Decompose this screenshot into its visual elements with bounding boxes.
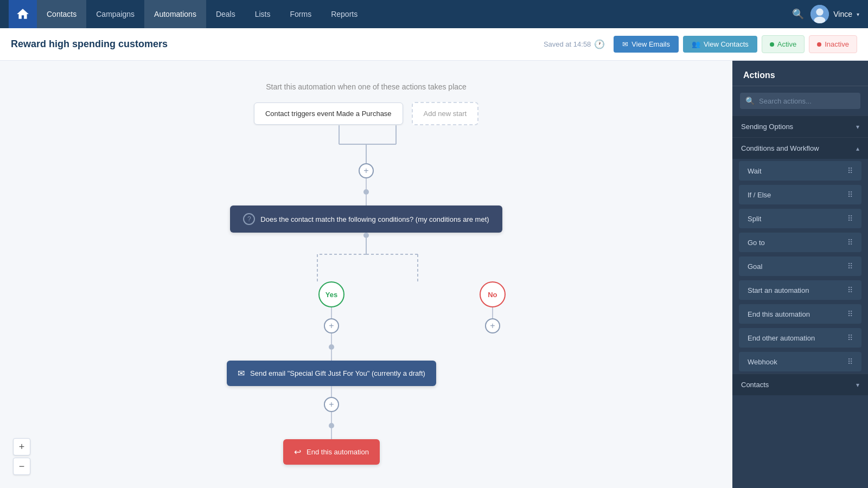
add-step-yes-button[interactable]: + xyxy=(324,318,339,333)
email-send-icon: ✉ xyxy=(238,368,245,378)
page-title: Reward high spending customers xyxy=(11,38,535,50)
active-dot xyxy=(770,42,774,47)
line-v-1 xyxy=(366,178,367,189)
yes-line-v-5 xyxy=(331,412,332,423)
action-wait[interactable]: Wait ⠿ xyxy=(739,161,861,181)
search-icon-sidebar: 🔍 xyxy=(745,97,755,105)
drag-handle-icon[interactable]: ⠿ xyxy=(847,190,853,199)
trigger-box[interactable]: Contact triggers event Made a Purchase xyxy=(254,102,403,125)
nav-reports[interactable]: Reports xyxy=(321,0,367,28)
flow-container: Start this automation when one of these … xyxy=(0,61,732,486)
zoom-in-button[interactable]: + xyxy=(13,438,30,455)
action-start-automation[interactable]: Start an automation ⠿ xyxy=(739,280,861,300)
add-step-button-1[interactable]: + xyxy=(359,163,374,178)
no-line-v xyxy=(492,307,493,318)
search-icon[interactable]: 🔍 xyxy=(792,8,804,20)
merge-lines-svg xyxy=(290,125,442,163)
nav-forms[interactable]: Forms xyxy=(280,0,322,28)
action-split[interactable]: Split ⠿ xyxy=(739,209,861,228)
yes-connector-dot xyxy=(329,344,334,350)
search-box: 🔍 xyxy=(740,93,860,109)
action-if-else[interactable]: If / Else ⠿ xyxy=(739,185,861,204)
yes-line-v-3 xyxy=(331,350,332,361)
nav-right: 🔍 Vince ▾ xyxy=(792,5,859,23)
sidebar-title: Actions xyxy=(732,61,868,86)
subheader: Reward high spending customers Saved at … xyxy=(0,28,868,61)
top-nav: Contacts Campaigns Automations Deals Lis… xyxy=(0,0,868,28)
section-sending-options[interactable]: Sending Options ▾ xyxy=(732,115,868,137)
avatar xyxy=(810,5,829,23)
actions-sidebar: Actions 🔍 Sending Options ▾ Conditions a… xyxy=(732,61,868,488)
chevron-down-icon: ▾ xyxy=(856,381,859,389)
flow-label: Start this automation when one of these … xyxy=(266,82,467,91)
branch-area: Yes + ✉ Send email "Special Gift Just Fo… xyxy=(227,281,506,465)
main-layout: Start this automation when one of these … xyxy=(0,61,868,488)
subheader-actions: ✉ View Emails 👥 View Contacts Active Ina… xyxy=(614,35,857,53)
end-icon: ↩ xyxy=(294,447,301,457)
drag-handle-icon[interactable]: ⠿ xyxy=(847,286,853,294)
inactive-dot xyxy=(817,42,821,47)
history-icon: 🕐 xyxy=(594,39,605,49)
saved-info: Saved at 14:58 🕐 xyxy=(544,39,605,49)
user-menu[interactable]: Vince ▾ xyxy=(810,5,859,23)
branch-lines-svg xyxy=(269,238,464,281)
nav-campaigns[interactable]: Campaigns xyxy=(86,0,144,28)
inactive-button[interactable]: Inactive xyxy=(809,35,857,53)
connector-dot-2 xyxy=(363,233,369,238)
yes-line-v-6 xyxy=(331,428,332,439)
nav-contacts[interactable]: Contacts xyxy=(37,0,86,28)
yes-connector-dot-2 xyxy=(329,423,334,428)
yes-branch: Yes + ✉ Send email "Special Gift Just Fo… xyxy=(227,281,436,465)
no-circle: No xyxy=(480,281,506,307)
action-end-other-automation[interactable]: End other automation ⠿ xyxy=(739,328,861,348)
connector-2 xyxy=(269,233,464,281)
drag-handle-icon[interactable]: ⠿ xyxy=(847,214,853,223)
drag-handle-icon[interactable]: ⠿ xyxy=(847,166,853,175)
yes-circle: Yes xyxy=(318,281,344,307)
zoom-out-button[interactable]: − xyxy=(13,458,30,475)
drag-handle-icon[interactable]: ⠿ xyxy=(847,238,853,247)
connector-1: + xyxy=(290,125,442,206)
section-contacts[interactable]: Contacts ▾ xyxy=(732,374,868,395)
nav-deals[interactable]: Deals xyxy=(206,0,245,28)
drag-handle-icon[interactable]: ⠿ xyxy=(847,262,853,271)
view-contacts-button[interactable]: 👥 View Contacts xyxy=(683,36,757,53)
chevron-down-icon: ▾ xyxy=(857,11,859,17)
view-emails-button[interactable]: ✉ View Emails xyxy=(614,36,679,53)
canvas: Start this automation when one of these … xyxy=(0,61,732,488)
question-icon: ? xyxy=(243,213,255,225)
add-step-no-button[interactable]: + xyxy=(485,318,500,333)
action-go-to[interactable]: Go to ⠿ xyxy=(739,233,861,252)
nav-lists[interactable]: Lists xyxy=(245,0,280,28)
no-branch: No + xyxy=(480,281,506,333)
drag-handle-icon[interactable]: ⠿ xyxy=(847,310,853,318)
user-name: Vince xyxy=(833,10,852,18)
home-button[interactable] xyxy=(9,0,37,28)
saved-text: Saved at 14:58 xyxy=(544,40,591,48)
chevron-up-icon: ▴ xyxy=(856,145,859,152)
drag-handle-icon[interactable]: ⠿ xyxy=(847,333,853,342)
email-node[interactable]: ✉ Send email "Special Gift Just For You"… xyxy=(227,361,436,386)
svg-point-1 xyxy=(816,9,824,16)
action-goal[interactable]: Goal ⠿ xyxy=(739,256,861,276)
contacts-icon: 👥 xyxy=(692,40,700,48)
yes-line-v-4 xyxy=(331,386,332,397)
nav-automations[interactable]: Automations xyxy=(144,0,206,28)
action-webhook[interactable]: Webhook ⠿ xyxy=(739,352,861,371)
condition-node[interactable]: ? Does the contact match the following c… xyxy=(230,206,502,233)
yes-line-v xyxy=(331,307,332,318)
chevron-down-icon: ▾ xyxy=(856,123,859,131)
active-button[interactable]: Active xyxy=(762,35,805,53)
yes-line-v-2 xyxy=(331,333,332,344)
end-node[interactable]: ↩ End this automation xyxy=(283,439,380,465)
search-input[interactable] xyxy=(759,97,855,105)
email-icon: ✉ xyxy=(622,40,628,48)
line-v-2 xyxy=(366,195,367,206)
drag-handle-icon[interactable]: ⠿ xyxy=(847,357,853,366)
triggers-row: Contact triggers event Made a Purchase A… xyxy=(254,102,478,125)
add-new-start-box[interactable]: Add new start xyxy=(412,102,479,125)
add-step-after-email-button[interactable]: + xyxy=(324,397,339,412)
action-end-this-automation[interactable]: End this automation ⠿ xyxy=(739,304,861,324)
section-conditions-workflow[interactable]: Conditions and Workflow ▴ xyxy=(732,137,868,159)
connector-dot-1 xyxy=(363,189,369,195)
